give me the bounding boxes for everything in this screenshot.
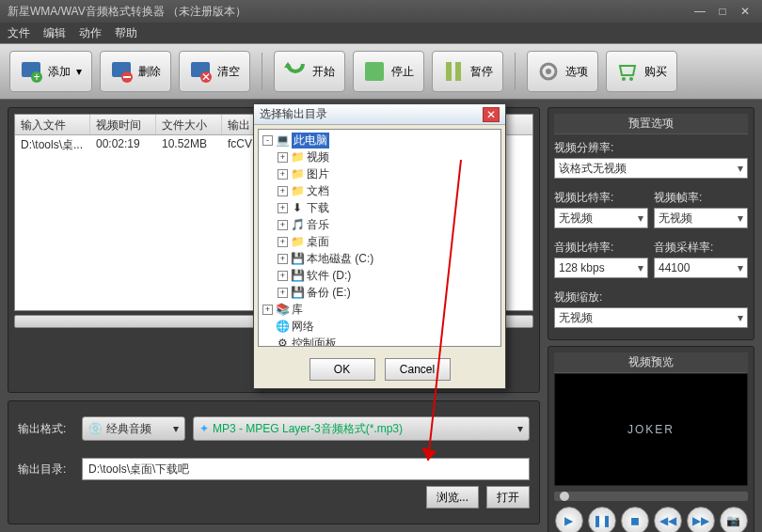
preview-video: JOKER: [554, 373, 748, 486]
pause-media-button[interactable]: ❚❚: [588, 507, 616, 532]
menu-action[interactable]: 动作: [79, 25, 102, 41]
expand-icon[interactable]: +: [278, 186, 288, 196]
tree-node[interactable]: ⚙控制面板: [261, 335, 499, 347]
tree-node[interactable]: +💾本地磁盘 (C:): [261, 250, 499, 267]
open-button[interactable]: 打开: [486, 486, 530, 509]
svg-rect-9: [365, 62, 384, 81]
ok-button[interactable]: OK: [310, 358, 375, 381]
gear-icon: [537, 60, 560, 83]
tree-node[interactable]: +🎵音乐: [261, 216, 499, 233]
tree-node[interactable]: +📁桌面: [261, 233, 499, 250]
category-select[interactable]: 💿经典音频▾: [82, 416, 185, 441]
tree-node[interactable]: -💻此电脑: [261, 132, 499, 149]
tree-node[interactable]: 🌐网络: [261, 318, 499, 335]
vres-select[interactable]: 该格式无视频▾: [554, 158, 748, 179]
start-icon: [284, 60, 307, 83]
svg-point-14: [622, 77, 626, 81]
tree-node[interactable]: +💾软件 (D:): [261, 267, 499, 284]
next-button[interactable]: ▶▶: [687, 507, 715, 532]
expand-icon[interactable]: +: [278, 288, 288, 298]
expand-icon[interactable]: -: [262, 135, 273, 146]
folder-icon: 💾: [290, 285, 305, 300]
expand-icon[interactable]: +: [278, 220, 288, 230]
expand-icon[interactable]: +: [278, 237, 288, 247]
start-button[interactable]: 开始: [274, 51, 345, 92]
menubar: 文件 编辑 动作 帮助: [0, 23, 762, 43]
folder-icon: ⚙: [275, 336, 290, 347]
add-button[interactable]: +添加▾: [9, 51, 92, 92]
options-button[interactable]: 选项: [527, 51, 598, 92]
stop-icon: [363, 60, 386, 83]
tree-node[interactable]: +📁文档: [261, 182, 499, 199]
svg-rect-11: [455, 62, 461, 81]
folder-icon: 📁: [290, 149, 305, 164]
stop-media-button[interactable]: ◼: [621, 507, 649, 532]
dialog-close-button[interactable]: ✕: [483, 107, 500, 122]
folder-icon: 💾: [290, 251, 305, 266]
tree-node[interactable]: +⬇下载: [261, 199, 499, 216]
expand-icon[interactable]: +: [278, 271, 288, 281]
maximize-button[interactable]: □: [713, 5, 732, 18]
tree-node[interactable]: +💾备份 (E:): [261, 284, 499, 301]
folder-icon: 📁: [290, 166, 305, 181]
titlebar: 新星WMA/WAV音频格式转换器 （未注册版本） — □ ✕: [0, 0, 762, 23]
cart-icon: [616, 60, 639, 83]
folder-icon: ⬇: [290, 200, 305, 215]
output-format-label: 输出格式:: [18, 421, 74, 437]
menu-help[interactable]: 帮助: [115, 25, 137, 41]
col-fsize[interactable]: 文件大小: [156, 115, 222, 134]
col-vtime[interactable]: 视频时间: [90, 115, 156, 134]
minimize-button[interactable]: —: [691, 5, 709, 18]
pause-icon: [442, 60, 465, 83]
clear-button[interactable]: ✕清空: [179, 51, 250, 92]
browse-button[interactable]: 浏览...: [426, 486, 479, 509]
expand-icon[interactable]: +: [262, 305, 273, 315]
folder-icon: 💾: [290, 268, 305, 283]
preview-panel: 视频预览 JOKER ▶ ❚❚ ◼ ◀◀ ▶▶ 📷: [548, 346, 754, 532]
vscale-select[interactable]: 无视频▾: [554, 307, 748, 328]
close-button[interactable]: ✕: [736, 5, 754, 18]
cancel-button[interactable]: Cancel: [385, 358, 451, 381]
vbr-select[interactable]: 无视频▾: [554, 208, 648, 228]
folder-icon: 📁: [290, 234, 305, 249]
seek-bar[interactable]: [554, 492, 748, 501]
folder-icon: 💻: [275, 133, 290, 148]
output-dir-label: 输出目录:: [18, 462, 74, 477]
vfps-select[interactable]: 无视频▾: [654, 208, 748, 228]
format-select[interactable]: ✦MP3 - MPEG Layer-3音频格式(*.mp3)▾: [193, 416, 530, 441]
expand-icon[interactable]: +: [278, 203, 288, 213]
preset-header: 预置选项: [554, 114, 748, 134]
delete-icon: [110, 60, 133, 83]
add-icon: +: [20, 60, 42, 83]
abr-select[interactable]: 128 kbps▾: [554, 258, 648, 278]
tree-node[interactable]: +📚库: [261, 301, 499, 318]
svg-rect-5: [123, 76, 131, 78]
play-button[interactable]: ▶: [555, 507, 583, 532]
prev-button[interactable]: ◀◀: [654, 507, 682, 532]
menu-edit[interactable]: 编辑: [43, 25, 66, 41]
tree-node[interactable]: +📁图片: [261, 165, 499, 182]
pause-button[interactable]: 暂停: [432, 51, 503, 92]
buy-button[interactable]: 购买: [606, 51, 677, 92]
folder-tree[interactable]: -💻此电脑+📁视频+📁图片+📁文档+⬇下载+🎵音乐+📁桌面+💾本地磁盘 (C:)…: [258, 129, 501, 347]
output-dir-input[interactable]: [82, 458, 530, 480]
snapshot-button[interactable]: 📷: [720, 507, 748, 532]
tree-node[interactable]: +📁视频: [261, 149, 499, 165]
folder-dialog: 选择输出目录 ✕ -💻此电脑+📁视频+📁图片+📁文档+⬇下载+🎵音乐+📁桌面+💾…: [253, 103, 506, 389]
menu-file[interactable]: 文件: [8, 25, 30, 41]
folder-icon: 📁: [290, 183, 305, 198]
folder-icon: 🌐: [275, 319, 290, 334]
delete-button[interactable]: 删除: [100, 51, 171, 92]
preview-header: 视频预览: [554, 352, 748, 373]
expand-icon[interactable]: +: [278, 152, 288, 163]
folder-icon: 📚: [275, 302, 290, 317]
window-title: 新星WMA/WAV音频格式转换器 （未注册版本）: [8, 4, 246, 20]
asr-select[interactable]: 44100▾: [654, 258, 748, 278]
col-input[interactable]: 输入文件: [15, 115, 90, 134]
dialog-title: 选择输出目录: [260, 106, 327, 122]
expand-icon[interactable]: +: [278, 169, 288, 180]
stop-button[interactable]: 停止: [353, 51, 424, 92]
svg-point-13: [546, 69, 551, 74]
svg-text:✕: ✕: [201, 70, 211, 83]
expand-icon[interactable]: +: [278, 254, 288, 264]
